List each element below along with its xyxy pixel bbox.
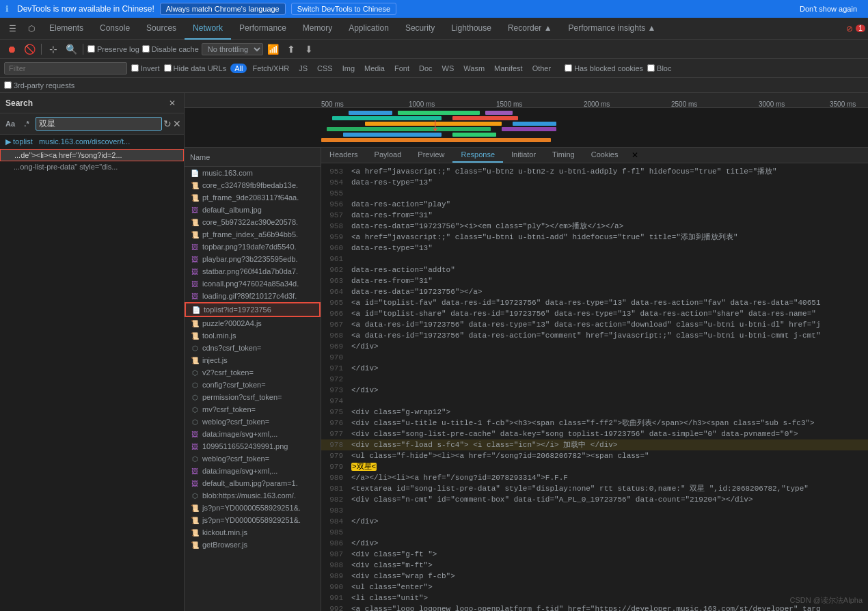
blocked-cookies-checkbox[interactable] xyxy=(565,64,572,72)
filter-type-fetch[interactable]: Fetch/XHR xyxy=(248,64,293,73)
disable-cache-checkbox[interactable] xyxy=(142,45,150,53)
request-item-25[interactable]: 🖼 default_album.jpg?param=1. xyxy=(185,477,321,489)
request-item-13[interactable]: 📜 tool.min.js xyxy=(185,329,321,342)
request-item-10[interactable]: 🖼 loading.gif?89f210127c4d3f. xyxy=(185,290,321,302)
third-party-checkbox[interactable] xyxy=(4,81,12,89)
request-item-0[interactable]: 📄 music.163.com xyxy=(185,167,321,179)
search-regex-button[interactable]: .* xyxy=(19,116,34,131)
request-item-21[interactable]: 🖼 data:image/svg+xml,... xyxy=(185,428,321,440)
request-item-26[interactable]: ⬡ blob:https://music.163.com/. xyxy=(185,489,321,502)
devtools-error-count[interactable]: ⊘ 1 xyxy=(846,19,865,38)
filter-type-other[interactable]: Other xyxy=(528,64,556,73)
request-item-20[interactable]: ⬡ weblog?csrf_token= xyxy=(185,416,321,428)
response-close-button[interactable]: ✕ xyxy=(632,148,638,163)
request-item-2[interactable]: 📜 pt_frame_9de2083117f64aa. xyxy=(185,191,321,204)
request-item-1[interactable]: 📜 core_c324789fb9fbedab13e. xyxy=(185,179,321,191)
download-icon[interactable]: ⬇ xyxy=(301,42,316,57)
tab-memory[interactable]: Memory xyxy=(295,18,340,40)
record-button[interactable]: ⏺ xyxy=(4,42,19,57)
preserve-log-checkbox[interactable] xyxy=(87,45,95,53)
hide-data-urls-checkbox[interactable] xyxy=(164,64,172,72)
dont-show-again-button[interactable]: Don't show again xyxy=(794,3,863,14)
request-item-30[interactable]: 📜 getBrowser.js xyxy=(185,539,321,551)
preserve-log-label[interactable]: Preserve log xyxy=(87,45,139,53)
tab-lighthouse[interactable]: Lighthouse xyxy=(443,18,500,40)
request-item-17[interactable]: ⬡ config?csrf_token= xyxy=(185,379,321,391)
tab-sources[interactable]: Sources xyxy=(138,18,185,40)
invert-label[interactable]: Invert xyxy=(131,64,160,72)
tab-elements[interactable]: Elements xyxy=(41,18,92,40)
tab-application[interactable]: Application xyxy=(340,18,397,40)
always-match-button[interactable]: Always match Chrome's language xyxy=(160,3,286,15)
request-item-28[interactable]: 📜 js?pn=YD00000558929251&. xyxy=(185,514,321,526)
filter-type-css[interactable]: CSS xyxy=(313,64,337,73)
detail-tab-initiator[interactable]: Initiator xyxy=(503,148,544,163)
request-item-3[interactable]: 🖼 default_album.jpg xyxy=(185,204,321,216)
request-item-18[interactable]: ⬡ permission?csrf_token= xyxy=(185,391,321,403)
blocked-label[interactable]: Bloc xyxy=(647,64,671,72)
search-close-button[interactable]: ✕ xyxy=(166,97,178,109)
search-case-sensitive-button[interactable]: Aa xyxy=(3,116,18,131)
search-result-978[interactable]: ...de"><li><a href="/song?id=2... xyxy=(0,149,184,161)
wifi-icon[interactable]: 📶 xyxy=(266,42,281,57)
tab-security[interactable]: Security xyxy=(397,18,443,40)
request-item-23[interactable]: ⬡ weblog?csrf_token= xyxy=(185,452,321,465)
request-item-11[interactable]: 📄 toplist?id=19723756 xyxy=(185,302,321,317)
request-item-29[interactable]: 📜 kickout.min.js xyxy=(185,526,321,539)
invert-checkbox[interactable] xyxy=(131,64,139,72)
request-item-22[interactable]: 🖼 10995116552439991.png xyxy=(185,440,321,452)
request-item-7[interactable]: 🖼 playbar.png?3b2235595edb. xyxy=(185,253,321,265)
devtools-menu-icon[interactable]: ☰ xyxy=(3,19,22,38)
request-item-12[interactable]: 📜 puzzle?0002A4.js xyxy=(185,317,321,329)
detail-tab-timing[interactable]: Timing xyxy=(544,148,583,163)
tab-recorder[interactable]: Recorder ▲ xyxy=(500,18,560,40)
filter-type-all[interactable]: All xyxy=(230,64,247,73)
detail-tab-headers[interactable]: Headers xyxy=(321,148,366,163)
request-item-8[interactable]: 🖼 statbar.png?60f41da7b0da7. xyxy=(185,265,321,277)
request-item-9[interactable]: 🖼 iconall.png?476024a85a34d. xyxy=(185,277,321,290)
tab-network[interactable]: Network xyxy=(185,18,231,40)
disable-cache-label[interactable]: Disable cache xyxy=(142,45,199,53)
devtools-pin-icon[interactable]: ⬡ xyxy=(22,19,41,38)
tab-console[interactable]: Console xyxy=(92,18,138,40)
hide-data-urls-label[interactable]: Hide data URLs xyxy=(164,64,227,72)
request-item-14[interactable]: ⬡ cdns?csrf_token= xyxy=(185,342,321,354)
request-item-27[interactable]: 📜 js?pn=YD00000558929251&. xyxy=(185,502,321,514)
third-party-label[interactable]: 3rd-party requests xyxy=(4,81,74,90)
detail-tab-cookies[interactable]: Cookies xyxy=(583,148,627,163)
request-item-5[interactable]: 📜 pt_frame_index_a56b94bb5. xyxy=(185,228,321,241)
search-result-979[interactable]: ...ong-list-pre-data" style="dis... xyxy=(0,161,184,172)
request-item-16[interactable]: ⬡ v2?csrf_token= xyxy=(185,366,321,379)
search-clear-button[interactable]: ✕ xyxy=(173,118,181,129)
resize-handle[interactable] xyxy=(318,148,321,166)
throttle-select[interactable]: No throttling Fast 3G Slow 3G Offline xyxy=(202,43,263,55)
request-item-19[interactable]: ⬡ mv?csrf_token= xyxy=(185,403,321,416)
detail-tab-response[interactable]: Response xyxy=(452,148,503,163)
tab-performance[interactable]: Performance xyxy=(231,18,295,40)
filter-input[interactable] xyxy=(4,62,127,74)
request-item-4[interactable]: 📜 core_5b97322ac390e20578. xyxy=(185,216,321,228)
clear-button[interactable]: 🚫 xyxy=(22,42,37,57)
request-item-15[interactable]: 📜 inject.js xyxy=(185,354,321,366)
search-group-toplist[interactable]: ▶ toplist music.163.com/discover/t... xyxy=(0,135,184,149)
request-item-6[interactable]: 🖼 topbar.png?19dafe7dd5540. xyxy=(185,241,321,253)
search-text-input[interactable] xyxy=(36,117,162,131)
filter-type-font[interactable]: Font xyxy=(390,64,413,73)
upload-icon[interactable]: ⬆ xyxy=(284,42,299,57)
tab-performance-insights[interactable]: Performance insights ▲ xyxy=(560,18,664,40)
filter-type-doc[interactable]: Doc xyxy=(415,64,437,73)
blocked-cookies-label[interactable]: Has blocked cookies xyxy=(565,64,643,72)
filter-type-img[interactable]: Img xyxy=(338,64,359,73)
request-item-24[interactable]: 🖼 data:image/svg+xml,... xyxy=(185,465,321,477)
filter-type-ws[interactable]: WS xyxy=(438,64,459,73)
search-refresh-button[interactable]: ↻ xyxy=(163,118,172,129)
detail-tab-payload[interactable]: Payload xyxy=(366,148,410,163)
detail-tab-preview[interactable]: Preview xyxy=(409,148,452,163)
switch-to-chinese-button[interactable]: Switch DevTools to Chinese xyxy=(291,3,396,15)
filter-type-js[interactable]: JS xyxy=(295,64,312,73)
filter-type-manifest[interactable]: Manifest xyxy=(490,64,527,73)
filter-type-media[interactable]: Media xyxy=(360,64,389,73)
blocked-checkbox[interactable] xyxy=(647,64,655,72)
filter-button[interactable]: ⊹ xyxy=(46,42,61,57)
filter-type-wasm[interactable]: Wasm xyxy=(459,64,489,73)
